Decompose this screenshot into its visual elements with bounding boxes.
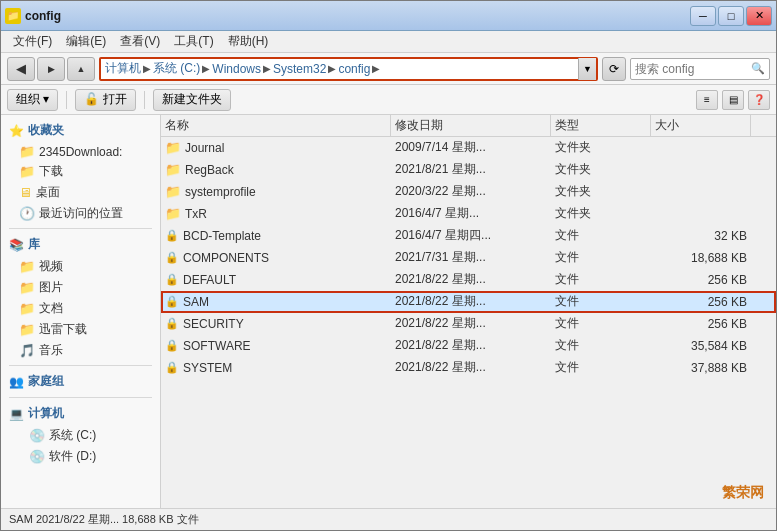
view-pane-button[interactable]: ▤ xyxy=(722,90,744,110)
sidebar-item-2345[interactable]: 📁 2345Download: xyxy=(1,142,160,161)
sidebar-item-label: 2345Download: xyxy=(39,145,122,159)
menu-file[interactable]: 文件(F) xyxy=(7,33,58,50)
table-row[interactable]: 📁 TxR 2016/4/7 星期... 文件夹 xyxy=(161,203,776,225)
addr-part-system32[interactable]: System32 xyxy=(273,62,326,76)
file-name: systemprofile xyxy=(185,185,256,199)
file-name: DEFAULT xyxy=(183,273,236,287)
file-name-cell: 🔒 COMPONENTS xyxy=(161,251,391,265)
sidebar-item-label: 下载 xyxy=(39,163,63,180)
up-button[interactable]: ▲ xyxy=(67,57,95,81)
col-header-name[interactable]: 名称 xyxy=(161,115,391,136)
sidebar-computer-label: 计算机 xyxy=(28,405,64,422)
music-icon: 🎵 xyxy=(19,343,35,358)
lock-icon: 🔒 xyxy=(165,361,179,374)
menu-bar: 文件(F) 编辑(E) 查看(V) 工具(T) 帮助(H) xyxy=(1,31,776,53)
file-date-cell: 2021/8/22 星期... xyxy=(391,337,551,354)
sidebar-favorites-header[interactable]: ⭐ 收藏夹 xyxy=(1,119,160,142)
computer-icon: 💻 xyxy=(9,407,24,421)
menu-tools[interactable]: 工具(T) xyxy=(168,33,219,50)
sidebar-homegroup-label: 家庭组 xyxy=(28,373,64,390)
file-name: BCD-Template xyxy=(183,229,261,243)
table-row[interactable]: 📁 systemprofile 2020/3/22 星期... 文件夹 xyxy=(161,181,776,203)
table-row[interactable]: 🔒 SYSTEM 2021/8/22 星期... 文件 37,888 KB xyxy=(161,357,776,379)
table-row[interactable]: 🔒 BCD-Template 2016/4/7 星期四... 文件 32 KB xyxy=(161,225,776,247)
addr-part-windows[interactable]: Windows xyxy=(212,62,261,76)
open-button[interactable]: 🔓 打开 xyxy=(75,89,135,111)
file-type-cell: 文件 xyxy=(551,271,651,288)
organize-button[interactable]: 组织 ▾ xyxy=(7,89,58,111)
table-row[interactable]: 🔒 SECURITY 2021/8/22 星期... 文件 256 KB xyxy=(161,313,776,335)
table-row[interactable]: 🔒 SAM 2021/8/22 星期... 文件 256 KB xyxy=(161,291,776,313)
sidebar-item-recent[interactable]: 🕐 最近访问的位置 xyxy=(1,203,160,224)
file-name-cell: 📁 TxR xyxy=(161,206,391,221)
title-bar-left: 📁 config xyxy=(5,8,61,24)
file-size-cell: 256 KB xyxy=(651,273,751,287)
view-list-button[interactable]: ≡ xyxy=(696,90,718,110)
sidebar-computer-header[interactable]: 💻 计算机 xyxy=(1,402,160,425)
desktop-icon: 🖥 xyxy=(19,185,32,200)
window-icon: 📁 xyxy=(5,8,21,24)
help-button[interactable]: ❓ xyxy=(748,90,770,110)
sidebar-item-ddrive[interactable]: 💿 软件 (D:) xyxy=(1,446,160,467)
maximize-button[interactable]: □ xyxy=(718,6,744,26)
folder-icon: 📁 xyxy=(19,322,35,337)
lock-icon: 🔒 xyxy=(165,273,179,286)
table-row[interactable]: 🔒 COMPONENTS 2021/7/31 星期... 文件 18,688 K… xyxy=(161,247,776,269)
file-size-cell: 37,888 KB xyxy=(651,361,751,375)
sidebar-library: 📚 库 📁 视频 📁 图片 📁 文档 📁 迅雷下载 xyxy=(1,233,160,361)
table-row[interactable]: 📁 Journal 2009/7/14 星期... 文件夹 xyxy=(161,137,776,159)
close-button[interactable]: ✕ xyxy=(746,6,772,26)
refresh-button[interactable]: ⟳ xyxy=(602,57,626,81)
watermark: 繁荣网 xyxy=(722,484,764,502)
search-input[interactable] xyxy=(635,62,747,76)
sidebar-homegroup-header[interactable]: 👥 家庭组 xyxy=(1,370,160,393)
addr-part-drive[interactable]: 系统 (C:) xyxy=(153,60,200,77)
explorer-window: 📁 config ─ □ ✕ 文件(F) 编辑(E) 查看(V) 工具(T) 帮… xyxy=(0,0,777,531)
sidebar-item-desktop[interactable]: 🖥 桌面 xyxy=(1,182,160,203)
sidebar-item-music[interactable]: 🎵 音乐 xyxy=(1,340,160,361)
file-name: SECURITY xyxy=(183,317,244,331)
address-dropdown[interactable]: ▼ xyxy=(578,58,596,80)
table-row[interactable]: 📁 RegBack 2021/8/21 星期... 文件夹 xyxy=(161,159,776,181)
table-row[interactable]: 🔒 DEFAULT 2021/8/22 星期... 文件 256 KB xyxy=(161,269,776,291)
sidebar-item-pictures[interactable]: 📁 图片 xyxy=(1,277,160,298)
addr-part-computer[interactable]: 计算机 xyxy=(105,60,141,77)
window-title: config xyxy=(25,9,61,23)
file-name: RegBack xyxy=(185,163,234,177)
sidebar-item-download[interactable]: 📁 下载 xyxy=(1,161,160,182)
col-header-size[interactable]: 大小 xyxy=(651,115,751,136)
sidebar-library-header[interactable]: 📚 库 xyxy=(1,233,160,256)
table-row[interactable]: 🔒 SOFTWARE 2021/8/22 星期... 文件 35,584 KB xyxy=(161,335,776,357)
folder-icon: 📁 xyxy=(19,301,35,316)
file-type-cell: 文件 xyxy=(551,337,651,354)
sidebar-item-docs[interactable]: 📁 文档 xyxy=(1,298,160,319)
sidebar-item-label: 图片 xyxy=(39,279,63,296)
title-bar: 📁 config ─ □ ✕ xyxy=(1,1,776,31)
menu-edit[interactable]: 编辑(E) xyxy=(60,33,112,50)
forward-button[interactable]: ▶ xyxy=(37,57,65,81)
col-header-type[interactable]: 类型 xyxy=(551,115,651,136)
col-header-date[interactable]: 修改日期 xyxy=(391,115,551,136)
sidebar-separator-3 xyxy=(9,397,152,398)
new-folder-button[interactable]: 新建文件夹 xyxy=(153,89,231,111)
file-date-cell: 2021/8/21 星期... xyxy=(391,161,551,178)
file-name: SYSTEM xyxy=(183,361,232,375)
menu-help[interactable]: 帮助(H) xyxy=(222,33,275,50)
toolbar: 组织 ▾ 🔓 打开 新建文件夹 ≡ ▤ ❓ xyxy=(1,85,776,115)
addr-separator-5: ▶ xyxy=(372,63,380,74)
lock-icon: 🔒 xyxy=(165,295,179,308)
sidebar-item-cdrive[interactable]: 💿 系统 (C:) xyxy=(1,425,160,446)
search-box[interactable]: 🔍 xyxy=(630,58,770,80)
sidebar-item-thunder[interactable]: 📁 迅雷下载 xyxy=(1,319,160,340)
file-date-cell: 2021/7/31 星期... xyxy=(391,249,551,266)
addr-separator-4: ▶ xyxy=(328,63,336,74)
sidebar-item-video[interactable]: 📁 视频 xyxy=(1,256,160,277)
address-box[interactable]: 计算机 ▶ 系统 (C:) ▶ Windows ▶ System32 ▶ con… xyxy=(99,57,598,81)
minimize-button[interactable]: ─ xyxy=(690,6,716,26)
file-type-cell: 文件 xyxy=(551,293,651,310)
addr-part-config[interactable]: config xyxy=(338,62,370,76)
menu-view[interactable]: 查看(V) xyxy=(114,33,166,50)
back-button[interactable]: ◀ xyxy=(7,57,35,81)
star-icon: ⭐ xyxy=(9,124,24,138)
lock-icon: 🔒 xyxy=(165,251,179,264)
